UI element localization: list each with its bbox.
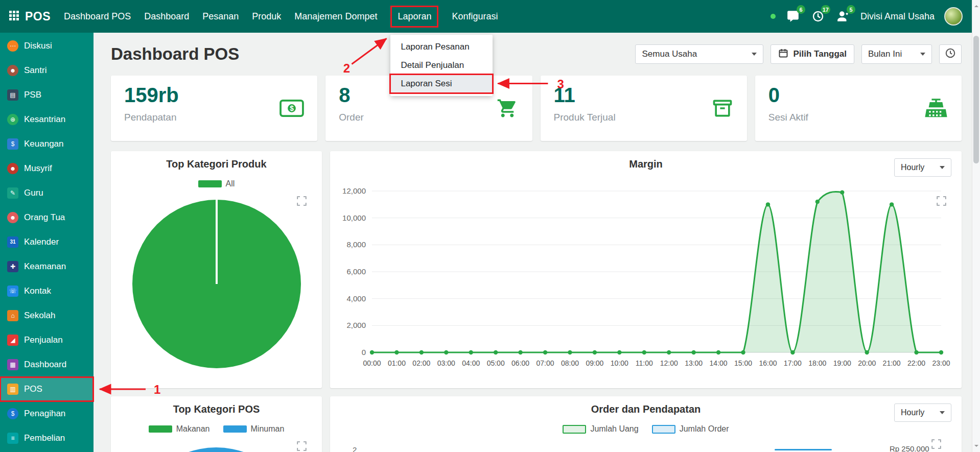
- legend-item: All: [198, 179, 235, 188]
- svg-text:17:00: 17:00: [784, 359, 802, 367]
- svg-text:10,000: 10,000: [342, 213, 366, 222]
- date-picker-button[interactable]: Pilih Tanggal: [771, 44, 854, 64]
- nav-item-manajemen-dompet[interactable]: Manajemen Dompet: [294, 7, 377, 27]
- brand[interactable]: POS: [9, 10, 51, 23]
- svg-text:8,000: 8,000: [346, 240, 366, 249]
- legend-item: Jumlah Order: [652, 424, 729, 434]
- order-interval-select[interactable]: Hourly: [894, 403, 951, 422]
- scrollbar[interactable]: [972, 0, 980, 452]
- stat-card-sesi-aktif: 0Sesi Aktif: [755, 76, 962, 141]
- stat-value: 0: [768, 84, 948, 107]
- margin-interval-value: Hourly: [901, 163, 924, 172]
- legend-label: Makanan: [176, 424, 210, 434]
- legend-swatch: [652, 425, 675, 434]
- chart-legend: MakananMinuman: [111, 424, 322, 434]
- charts-row: Top Kategori Produk All Margin Hourly 02…: [111, 151, 962, 388]
- chart-title: Order dan Pendapatan: [330, 403, 962, 415]
- expand-icon[interactable]: [297, 441, 307, 451]
- sidebar-item-pos[interactable]: ▥POS: [0, 377, 94, 401]
- sidebar-item-dashboard[interactable]: ▦Dashboard: [0, 352, 94, 377]
- svg-text:21:00: 21:00: [883, 359, 901, 367]
- nav-item-produk[interactable]: Produk: [252, 7, 281, 27]
- nav-item-dashboard[interactable]: Dashboard: [144, 7, 189, 27]
- history-icon-button[interactable]: 17: [810, 9, 826, 24]
- sidebar-item-psb[interactable]: ▤PSB: [0, 83, 94, 107]
- nav-item-konfigurasi[interactable]: Konfigurasi: [452, 7, 498, 27]
- chart-title: Top Kategori POS: [111, 403, 322, 415]
- user-division-label[interactable]: Divisi Amal Usaha: [860, 11, 935, 22]
- stat-card-pendapatan: 159rbPendapatan$: [111, 76, 317, 141]
- user-avatar[interactable]: [944, 7, 963, 26]
- menu-item-laporan-pesanan[interactable]: Laporan Pesanan: [390, 38, 493, 56]
- legend-swatch: [563, 425, 586, 434]
- svg-text:6,000: 6,000: [346, 267, 366, 276]
- margin-chart-card: Margin Hourly 02,0004,0006,0008,00010,00…: [330, 151, 962, 388]
- apps-grid-icon[interactable]: [9, 11, 19, 22]
- sidebar-item-kontak[interactable]: ☏Kontak: [0, 279, 94, 303]
- stat-value: 159rb: [124, 84, 304, 107]
- top-kategori-produk-card: Top Kategori Produk All: [111, 151, 322, 388]
- chart-legend: Jumlah UangJumlah Order: [330, 424, 962, 434]
- main-content: Dashboard POS Semua Usaha Pilih Tanggal …: [94, 33, 972, 452]
- nav-item-pesanan[interactable]: Pesanan: [202, 7, 239, 27]
- sidebar-item-kesantrian[interactable]: ⊕Kesantrian: [0, 107, 94, 132]
- cash-register-icon: [924, 98, 948, 119]
- margin-interval-select[interactable]: Hourly: [894, 158, 951, 177]
- stat-label: Order: [339, 112, 519, 123]
- axis-value-label: Rp 250.000: [890, 444, 929, 452]
- sidebar-item-orang-tua[interactable]: ☻Orang Tua: [0, 205, 94, 230]
- svg-text:$: $: [290, 105, 294, 112]
- contacts-badge: 5: [847, 5, 855, 14]
- business-select[interactable]: Semua Usaha: [635, 44, 763, 64]
- sidebar-item-penagihan[interactable]: $Penagihan: [0, 401, 94, 426]
- sidebar-item-musyrif[interactable]: ☻Musyrif: [0, 156, 94, 181]
- menu-item-laporan-sesi[interactable]: Laporan Sesi: [390, 75, 493, 93]
- pembelian-icon: ≡: [7, 433, 18, 444]
- messages-icon-button[interactable]: 6: [785, 9, 801, 24]
- period-select[interactable]: Bulan Ini: [861, 44, 932, 64]
- sidebar-item-diskusi[interactable]: ⋯Diskusi: [0, 34, 94, 58]
- sidebar-item-sekolah[interactable]: ⌂Sekolah: [0, 303, 94, 328]
- sidebar-item-label: Orang Tua: [24, 212, 65, 223]
- sidebar-item-label: Sekolah: [24, 311, 55, 321]
- sidebar-item-label: Diskusi: [24, 41, 52, 51]
- clock-icon: [945, 47, 956, 61]
- scrollbar-thumb[interactable]: [973, 36, 979, 163]
- sidebar-item-keuangan[interactable]: $Keuangan: [0, 132, 94, 156]
- legend-item: Jumlah Uang: [563, 424, 638, 434]
- stat-label: Sesi Aktif: [768, 112, 948, 123]
- legend-swatch: [223, 425, 247, 433]
- svg-text:11:00: 11:00: [636, 359, 653, 367]
- svg-text:10:00: 10:00: [611, 359, 628, 367]
- contacts-icon-button[interactable]: 5: [835, 9, 851, 24]
- laporan-dropdown-menu: Laporan PesananDetail PenjualanLaporan S…: [390, 35, 493, 96]
- cart-icon: [496, 98, 519, 119]
- sidebar-item-kalender[interactable]: 31Kalender: [0, 230, 94, 254]
- sidebar-item-keamanan[interactable]: ✚Keamanan: [0, 254, 94, 279]
- recent-history-button[interactable]: [939, 44, 962, 64]
- sidebar-item-penjualan[interactable]: ◢Penjualan: [0, 328, 94, 352]
- top-kategori-pos-card: Top Kategori POS MakananMinuman: [111, 396, 322, 452]
- nav-item-dashboard-pos[interactable]: Dashboard POS: [64, 7, 131, 27]
- legend-label: All: [226, 179, 235, 188]
- stat-label: Pendapatan: [124, 112, 304, 123]
- nav-item-laporan[interactable]: Laporan: [390, 6, 438, 28]
- pos-icon: ▥: [7, 384, 18, 395]
- svg-text:20:00: 20:00: [858, 359, 876, 367]
- header-controls: Semua Usaha Pilih Tanggal Bulan Ini: [635, 44, 962, 64]
- navbar-right: 6 17 5 Divisi Amal Usaha: [771, 7, 963, 26]
- order-line-fragment: [775, 449, 832, 450]
- date-picker-label: Pilih Tanggal: [793, 49, 847, 59]
- psb-icon: ▤: [7, 89, 18, 101]
- sidebar-item-santri[interactable]: ☻Santri: [0, 58, 94, 83]
- expand-icon[interactable]: [297, 196, 307, 206]
- chevron-down-icon: [920, 53, 925, 56]
- sidebar-item-pembelian[interactable]: ≡Pembelian: [0, 426, 94, 450]
- menu-item-detail-penjualan[interactable]: Detail Penjualan: [390, 56, 493, 75]
- expand-icon[interactable]: [931, 439, 941, 449]
- sidebar-item-label: Dashboard: [24, 360, 66, 370]
- sidebar-item-label: Penjualan: [24, 335, 63, 345]
- order-interval-value: Hourly: [901, 408, 924, 417]
- sidebar-item-guru[interactable]: ✎Guru: [0, 181, 94, 205]
- svg-text:07:00: 07:00: [536, 359, 554, 367]
